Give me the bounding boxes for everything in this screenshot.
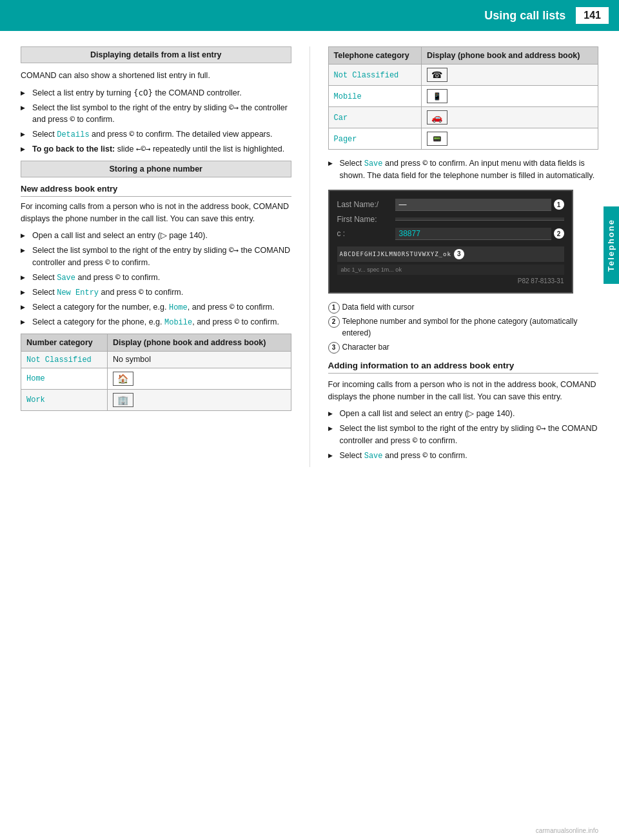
bullet-item: Select Save and press © to confirm. (21, 272, 291, 284)
bullet-item: Select Save and press © to confirm. An i… (328, 157, 599, 182)
bullet-item: Select a category for the phone, e.g. Mo… (21, 316, 291, 328)
bullet-item: Select the list symbol to the right of t… (21, 245, 291, 269)
main-content: Displaying details from a list entry COM… (0, 31, 619, 483)
bullet-item: Select Save and press © to confirm. (328, 450, 599, 462)
table-cell-display: ☎ (421, 65, 598, 86)
table-row: Not Classified No symbol (21, 351, 291, 368)
table-cell-display: 🚗 (421, 107, 598, 128)
screen-keyboard-row: ABCDEFGHIJKLMN ORSTUVWXYZ_ok 3 (337, 246, 564, 262)
screenshot-box: Last Name:/ — 1 First Name: c : 38877 2 … (328, 190, 573, 294)
section2-body: For incoming calls from a person who is … (21, 201, 291, 225)
screen-first-name-value (395, 217, 564, 221)
caption-item: 1 Data field with cursor (328, 301, 599, 313)
screenshot-caption: P82 87-8133-31 (337, 277, 564, 285)
adding-body: For incoming calls from a person who is … (328, 379, 599, 403)
table-row: Home 🏠 (21, 368, 291, 389)
header-bar: Using call lists 141 (0, 0, 619, 31)
section1-bullets: Select a list entry by turning {cO} the … (21, 87, 291, 155)
after-table-bullets: Select Save and press © to confirm. An i… (328, 157, 599, 182)
screenshot-captions: 1 Data field with cursor 2 Telephone num… (328, 301, 599, 353)
table-cell-category: Work (21, 389, 108, 410)
screen-last-name-label: Last Name:/ (337, 200, 395, 209)
caption-item: 2 Telephone number and symbol for the ph… (328, 315, 599, 339)
number-category-table: Number category Display (phone book and … (21, 334, 291, 411)
caption-num-3: 3 (328, 342, 340, 354)
telephone-category-table: Telephone cate­gory Display (phone book … (328, 46, 599, 150)
table-cell-category: Not Classified (21, 351, 108, 368)
keyboard-display: ABCDEFGHIJKLMN (340, 251, 398, 257)
table-cell-category: Pager (328, 128, 421, 150)
caption-num-1: 1 (328, 302, 340, 314)
right-column: Telephone cate­gory Display (phone book … (328, 46, 599, 467)
badge-2: 2 (554, 228, 564, 239)
screen-last-name-value: — (395, 199, 551, 211)
table-header-tel-category: Telephone cate­gory (328, 47, 421, 65)
pager-icon: 📟 (427, 132, 447, 146)
bullet-item: Open a call list and select an entry (▷ … (21, 230, 291, 242)
footer-logo: carmanualsonline.info (536, 825, 598, 835)
table-cell-category: Car (328, 107, 421, 128)
table-header-display: Display (phone book and address book) (107, 334, 291, 351)
table-row: Mobile 📱 (328, 86, 598, 107)
bullet-item: Select New Entry and press © to confirm. (21, 286, 291, 299)
header-title: Using call lists (484, 9, 565, 23)
screen-extra-row: abc 1_v... spec 1m... ok (337, 265, 564, 275)
screen-last-name-row: Last Name:/ — 1 (337, 199, 564, 211)
table-cell-display: 📱 (421, 86, 598, 107)
section1-body: COMAND can also show a shortened list en… (21, 70, 291, 82)
sidebar-tab: Telephone (604, 206, 619, 284)
table-header-tel-display: Display (phone book and address book) (421, 47, 598, 65)
table-row: Car 🚗 (328, 107, 598, 128)
column-divider (310, 46, 310, 467)
table-cell-display: No symbol (107, 351, 291, 368)
bullet-item: Select the list symbol to the right of t… (328, 423, 599, 447)
footer-logo-text: carmanualsonline.info (536, 827, 598, 834)
keyboard-display-end: ORSTUVWXYZ_ok (397, 251, 451, 257)
left-column: Displaying details from a list entry COM… (21, 46, 291, 467)
bullet-item: Select a category for the number, e.g. H… (21, 301, 291, 314)
phone-icon: ☎ (427, 68, 447, 82)
table-cell-category: Home (21, 368, 108, 389)
bullet-item: Select a list entry by turning {cO} the … (21, 87, 291, 99)
screen-phone-label: c : (337, 229, 395, 238)
screen-phone-row: c : 38877 2 (337, 228, 564, 240)
home-icon: 🏠 (113, 372, 133, 386)
section2-header: Storing a phone number (21, 161, 291, 177)
subsection-title: New address book entry (21, 184, 291, 197)
table-header-category: Number category (21, 334, 108, 351)
screen-first-name-label: First Name: (337, 215, 395, 224)
table-cell-display: 🏠 (107, 368, 291, 389)
table-cell-display: 📟 (421, 128, 598, 150)
screen-phone-value: 38877 (395, 228, 551, 240)
table-row: Work 🏢 (21, 389, 291, 410)
bullet-item: To go back to the list: slide ←©→ repeat… (21, 143, 291, 155)
page-number: 141 (576, 7, 609, 24)
table-row: Pager 📟 (328, 128, 598, 150)
badge-3: 3 (454, 249, 464, 259)
screen-extra-text: abc 1_v... spec 1m... ok (341, 266, 402, 273)
bullet-item: Select the list symbol to the right of t… (21, 102, 291, 126)
table-row: Not Classified ☎ (328, 65, 598, 86)
screen-first-name-row: First Name: (337, 215, 564, 224)
section2-bullets: Open a call list and select an entry (▷ … (21, 230, 291, 328)
section1-header: Displaying details from a list entry (21, 46, 291, 63)
adding-heading: Adding information to an address book en… (328, 361, 599, 374)
badge-1: 1 (554, 199, 564, 210)
bullet-item: Open a call list and select an entry (▷ … (328, 408, 599, 420)
bullet-item: Select Details and press © to confirm. T… (21, 128, 291, 141)
table-cell-display: 🏢 (107, 389, 291, 410)
car-icon: 🚗 (427, 110, 447, 125)
work-icon: 🏢 (113, 393, 133, 407)
table-cell-category: Mobile (328, 86, 421, 107)
caption-item: 3 Character bar (328, 341, 599, 353)
mobile-icon: 📱 (427, 89, 447, 103)
caption-num-2: 2 (328, 316, 340, 328)
table-cell-category: Not Classified (328, 65, 421, 86)
adding-bullets: Open a call list and select an entry (▷ … (328, 408, 599, 461)
